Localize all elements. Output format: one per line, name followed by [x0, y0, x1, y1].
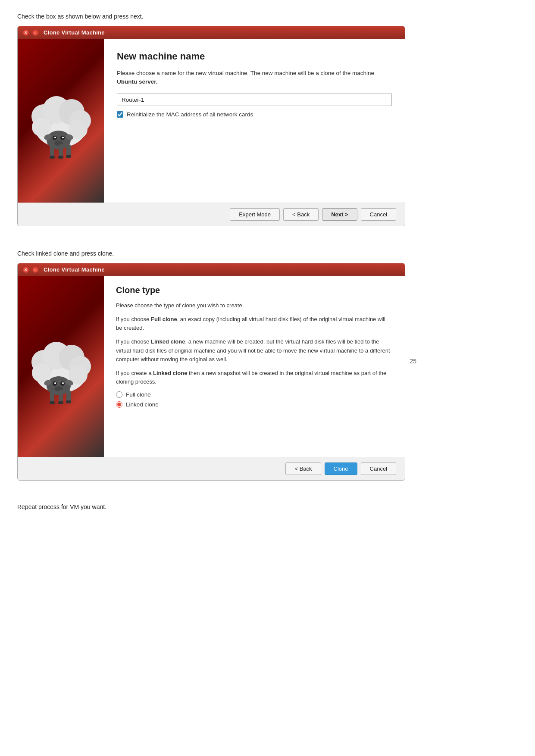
dialog-1-title: Clone Virtual Machine: [44, 29, 105, 36]
minimize-button-2[interactable]: ○: [32, 267, 38, 273]
svg-point-31: [54, 382, 56, 384]
mac-reinitialize-checkbox[interactable]: [117, 111, 123, 118]
svg-point-32: [62, 382, 64, 384]
mac-checkbox-row: Reinitialize the MAC address of all netw…: [117, 111, 392, 118]
full-clone-row: Full clone: [116, 391, 393, 398]
svg-rect-18: [50, 156, 55, 159]
clone-type-para4: If you create a Linked clone then a new …: [116, 369, 393, 386]
clone-type-para3: If you choose Linked clone, a new machin…: [116, 337, 393, 363]
dialog-2-title: Clone Virtual Machine: [44, 266, 105, 273]
machine-name-input[interactable]: [117, 94, 392, 106]
svg-point-10: [54, 137, 56, 138]
expert-mode-button[interactable]: Expert Mode: [230, 208, 280, 221]
back-button-2[interactable]: < Back: [285, 462, 321, 475]
sheep-image-2: [18, 276, 104, 457]
titlebar-2: ✕ ○ Clone Virtual Machine: [18, 263, 405, 276]
svg-rect-41: [66, 400, 71, 403]
clone-button[interactable]: Clone: [325, 462, 357, 475]
dialog-2-footer: < Back Clone Cancel: [18, 457, 405, 480]
svg-point-5: [32, 118, 51, 137]
svg-point-26: [32, 363, 51, 382]
dialog-1-description: Please choose a name for the new virtual…: [117, 69, 392, 87]
dialog-2-body: Clone type Please choose the type of clo…: [18, 276, 405, 457]
dialog-1-footer: Expert Mode < Back Next > Cancel: [18, 203, 405, 226]
svg-rect-15: [50, 144, 54, 157]
dialog-1-heading: New machine name: [117, 51, 392, 62]
svg-rect-20: [66, 155, 71, 158]
linked-clone-radio[interactable]: [116, 401, 122, 408]
full-clone-label[interactable]: Full clone: [126, 391, 151, 398]
page-number: 25: [410, 358, 416, 365]
linked-clone-row: Linked clone: [116, 401, 393, 408]
dialog-2-heading: Clone type: [116, 285, 393, 295]
svg-rect-38: [66, 390, 71, 402]
close-button-2[interactable]: ✕: [23, 267, 29, 273]
svg-rect-36: [50, 390, 54, 403]
back-button-1[interactable]: < Back: [283, 208, 319, 221]
close-button-1[interactable]: ✕: [23, 30, 29, 36]
dialog-2-content: Clone type Please choose the type of clo…: [104, 276, 405, 457]
svg-rect-19: [58, 156, 63, 159]
clone-vm-dialog-2: ✕ ○ Clone Virtual Machine: [17, 263, 405, 493]
svg-rect-39: [50, 401, 55, 404]
svg-rect-37: [59, 390, 63, 403]
full-clone-radio[interactable]: [116, 391, 122, 398]
cancel-button-1[interactable]: Cancel: [361, 208, 396, 221]
dialog-1-body: New machine name Please choose a name fo…: [18, 39, 405, 203]
instruction-1: Check the box as shown below and press n…: [17, 13, 518, 20]
cancel-button-2[interactable]: Cancel: [361, 462, 396, 475]
mac-checkbox-label[interactable]: Reinitialize the MAC address of all netw…: [127, 111, 253, 118]
instruction-3: Repeat process for VM you want.: [17, 503, 518, 510]
clone-vm-dialog-1: ✕ ○ Clone Virtual Machine: [17, 26, 405, 238]
svg-rect-40: [58, 401, 63, 404]
next-button[interactable]: Next >: [322, 208, 357, 221]
minimize-button-1[interactable]: ○: [32, 30, 38, 36]
svg-point-11: [62, 137, 64, 138]
dialog-1-content: New machine name Please choose a name fo…: [104, 39, 405, 203]
instruction-2: Check linked clone and press clone.: [17, 250, 518, 257]
clone-type-para1: Please choose the type of clone you wish…: [116, 301, 393, 310]
svg-rect-17: [66, 144, 71, 156]
clone-type-para2: If you choose Full clone, an exact copy …: [116, 315, 393, 332]
svg-rect-16: [59, 144, 63, 157]
linked-clone-label[interactable]: Linked clone: [126, 401, 159, 408]
sheep-image-1: [18, 39, 104, 203]
titlebar-1: ✕ ○ Clone Virtual Machine: [18, 26, 405, 39]
